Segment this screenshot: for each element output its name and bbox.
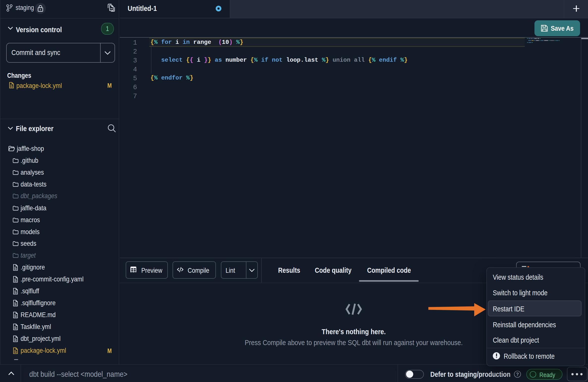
svg-text:?: ? bbox=[516, 372, 519, 377]
